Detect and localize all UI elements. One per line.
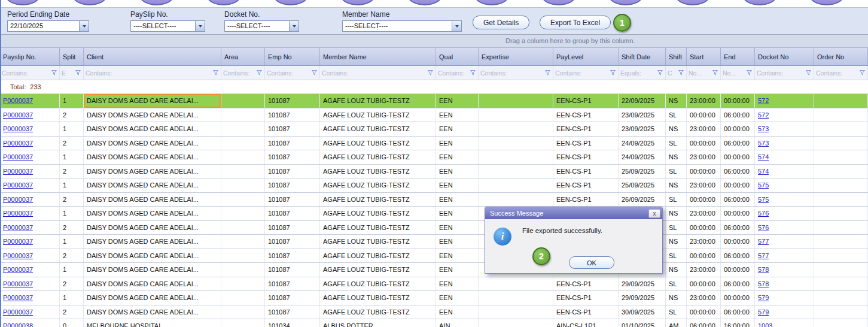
- cell-docket_no[interactable]: 1003: [755, 319, 814, 327]
- payslip_no-link[interactable]: P0000037: [3, 153, 33, 161]
- column-header-split[interactable]: Split: [60, 48, 84, 65]
- payslip_no-link[interactable]: P0000037: [3, 252, 33, 259]
- column-header-order_no[interactable]: Order No: [814, 48, 868, 65]
- payslip_no-link[interactable]: P0000037: [3, 238, 33, 245]
- cell-payslip_no[interactable]: P0000037: [0, 207, 60, 220]
- cell-docket_no[interactable]: 576: [755, 207, 814, 220]
- table-row[interactable]: P00000371DAISY DOMS AGED CARE ADELAI...1…: [0, 207, 868, 221]
- payslip_no-link[interactable]: P0000038: [3, 322, 33, 327]
- docket_no-link[interactable]: 577: [758, 238, 769, 245]
- docket_no-link[interactable]: 574: [758, 153, 769, 161]
- payslip_no-link[interactable]: P0000037: [3, 210, 33, 217]
- payslip_no-link[interactable]: P0000037: [3, 111, 33, 119]
- cell-docket_no[interactable]: 576: [755, 221, 814, 235]
- filter-cell-qual[interactable]: Contains:: [436, 66, 479, 80]
- filter-funnel-icon[interactable]: [859, 69, 866, 76]
- docket_no-link[interactable]: 575: [758, 181, 769, 189]
- cell-docket_no[interactable]: 572: [755, 108, 814, 122]
- column-header-pay_level[interactable]: PayLevel: [553, 48, 619, 65]
- table-row[interactable]: P00000371DAISY DOMS AGED CARE ADELAI...1…: [0, 122, 868, 137]
- cell-docket_no[interactable]: 573: [755, 122, 814, 136]
- cell-payslip_no[interactable]: P0000037: [0, 263, 60, 277]
- cell-payslip_no[interactable]: P0000037: [0, 108, 60, 122]
- table-row[interactable]: P00000372DAISY DOMS AGED CARE ADELAI...1…: [0, 277, 868, 292]
- table-row[interactable]: P00000372DAISY DOMS AGED CARE ADELAI...1…: [0, 249, 868, 264]
- table-row[interactable]: P00000371DAISY DOMS AGED CARE ADELAI...1…: [0, 178, 868, 193]
- filter-funnel-icon[interactable]: [75, 69, 81, 76]
- cell-payslip_no[interactable]: P0000037: [0, 305, 60, 319]
- cell-payslip_no[interactable]: P0000037: [0, 122, 60, 136]
- chevron-down-icon[interactable]: [195, 21, 205, 31]
- payslip_no-link[interactable]: P0000037: [3, 266, 33, 273]
- column-header-shift[interactable]: Shift: [666, 48, 687, 65]
- cell-docket_no[interactable]: 579: [755, 305, 814, 319]
- filter-funnel-icon[interactable]: [678, 69, 684, 76]
- cell-docket_no[interactable]: 573: [755, 137, 814, 150]
- cell-payslip_no[interactable]: P0000037: [0, 249, 60, 263]
- column-header-end[interactable]: End: [721, 48, 755, 65]
- cell-docket_no[interactable]: 575: [755, 178, 814, 192]
- cell-docket_no[interactable]: 578: [755, 277, 814, 291]
- filter-cell-member_name[interactable]: Contains:: [320, 66, 436, 80]
- filter-funnel-icon[interactable]: [256, 69, 263, 76]
- column-header-shift_date[interactable]: Shift Date: [619, 48, 666, 65]
- filter-cell-order_no[interactable]: Contains:: [814, 66, 868, 80]
- payslip_no-link[interactable]: P0000037: [3, 181, 33, 189]
- cell-docket_no[interactable]: 574: [755, 165, 814, 178]
- cell-payslip_no[interactable]: P0000037: [0, 277, 60, 291]
- filter-cell-emp_no[interactable]: Contains:: [265, 66, 320, 80]
- payslip_no-link[interactable]: P0000037: [3, 308, 33, 316]
- docket_no-link[interactable]: 573: [758, 140, 769, 147]
- filter-cell-split[interactable]: E: [60, 66, 84, 80]
- export-to-excel-button[interactable]: Export To Excel: [540, 16, 611, 29]
- chevron-down-icon[interactable]: [289, 21, 299, 31]
- cell-payslip_no[interactable]: P0000037: [0, 291, 60, 305]
- period-ending-date-dropdown[interactable]: 22/10/2025: [7, 20, 89, 32]
- column-header-member_name[interactable]: Member Name: [320, 48, 436, 65]
- filter-cell-start[interactable]: No...: [687, 66, 721, 80]
- cell-docket_no[interactable]: 574: [755, 150, 814, 164]
- table-row[interactable]: P00000372DAISY DOMS AGED CARE ADELAI...1…: [0, 305, 868, 320]
- cell-payslip_no[interactable]: P0000037: [0, 165, 60, 178]
- table-row[interactable]: P00000372DAISY DOMS AGED CARE ADELAI...1…: [0, 108, 868, 123]
- filter-funnel-icon[interactable]: [746, 69, 753, 76]
- chevron-down-icon[interactable]: [79, 21, 89, 31]
- table-row[interactable]: P00000372DAISY DOMS AGED CARE ADELAI...1…: [0, 193, 868, 207]
- docket_no-link[interactable]: 576: [758, 224, 769, 231]
- table-row[interactable]: P00000371DAISY DOMS AGED CARE ADELAI...1…: [0, 94, 868, 108]
- payslip_no-link[interactable]: P0000037: [3, 196, 33, 203]
- chevron-down-icon[interactable]: [452, 21, 461, 31]
- filter-cell-expertise[interactable]: Contains:: [479, 66, 553, 80]
- filter-cell-docket_no[interactable]: Contains:: [755, 66, 814, 80]
- docket_no-link[interactable]: 578: [758, 280, 769, 287]
- payslip_no-link[interactable]: P0000037: [3, 168, 33, 175]
- filter-cell-area[interactable]: Contains:: [221, 66, 265, 80]
- cell-docket_no[interactable]: 579: [755, 291, 814, 305]
- cell-docket_no[interactable]: 578: [755, 263, 814, 277]
- filter-funnel-icon[interactable]: [470, 69, 476, 76]
- filter-cell-end[interactable]: No...: [721, 66, 755, 80]
- filter-funnel-icon[interactable]: [311, 69, 318, 76]
- table-row[interactable]: P00000380MELBOURNE HOSPITAL101034ALBUS P…: [0, 319, 868, 327]
- filter-cell-payslip_no[interactable]: Contains:: [0, 66, 60, 80]
- filter-cell-pay_level[interactable]: Contains:: [553, 66, 619, 80]
- docket_no-link[interactable]: 1003: [758, 322, 772, 327]
- docket_no-link[interactable]: 578: [758, 266, 769, 273]
- payslip_no-link[interactable]: P0000037: [3, 280, 33, 287]
- filter-funnel-icon[interactable]: [610, 69, 616, 76]
- column-header-start[interactable]: Start: [687, 48, 721, 65]
- column-header-client[interactable]: Client: [84, 48, 221, 65]
- column-header-emp_no[interactable]: Emp No: [265, 48, 320, 65]
- column-header-payslip_no[interactable]: Payslip No.: [0, 48, 60, 65]
- cell-payslip_no[interactable]: P0000037: [0, 137, 60, 150]
- docket_no-link[interactable]: 572: [758, 111, 769, 119]
- docket_no-link[interactable]: 573: [758, 125, 769, 132]
- cell-payslip_no[interactable]: P0000037: [0, 150, 60, 164]
- payslip_no-link[interactable]: P0000037: [3, 97, 33, 104]
- group-by-bar[interactable]: Drag a column here to group by this colu…: [0, 35, 868, 48]
- docket_no-link[interactable]: 577: [758, 252, 769, 259]
- docket_no-link[interactable]: 579: [758, 308, 769, 316]
- filter-funnel-icon[interactable]: [51, 69, 57, 76]
- cell-payslip_no[interactable]: P0000037: [0, 235, 60, 249]
- cell-docket_no[interactable]: 577: [755, 249, 814, 263]
